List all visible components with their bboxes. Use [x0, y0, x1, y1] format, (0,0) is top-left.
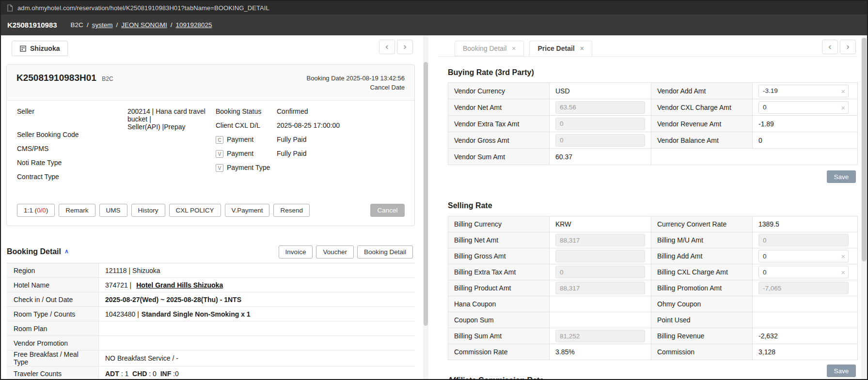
scrollbar-thumb[interactable] — [862, 38, 867, 261]
remark-button[interactable]: Remark — [59, 204, 95, 217]
breadcrumb-link-member-id[interactable]: 1091928025 — [175, 21, 212, 29]
booking-detail-title-text: Booking Detail — [7, 247, 61, 256]
booking-detail-section-title: Booking Detail ∧ — [7, 247, 69, 256]
payment-c-badge-icon: C — [216, 136, 223, 144]
booking-status-label: Booking Status — [216, 107, 277, 115]
vendor-net-amt-label: Vendor Net Amt — [448, 99, 550, 116]
v-payment-button[interactable]: V.Payment — [225, 204, 270, 217]
close-icon[interactable]: × — [512, 45, 516, 52]
next-page-button[interactable]: › — [840, 40, 856, 54]
left-panel-scrollbar[interactable] — [423, 35, 428, 379]
table-row: Traveler Counts ADT : 1 CHD : 0 INF :0 — [7, 366, 415, 380]
close-icon[interactable]: × — [580, 45, 584, 52]
vendor-sum-amt-label: Vendor Sum Amt — [448, 149, 550, 165]
hotel-tab-icon — [20, 46, 26, 52]
payment-type-badge-icon: V — [216, 164, 223, 172]
booking-fields-right: Booking Status Confirmed Client CXL D/L … — [216, 107, 408, 178]
billing-promotion-amt-label: Billing Promotion Amt — [651, 280, 753, 296]
vendor-promotion-label: Vendor Promotion — [7, 336, 99, 350]
hotel-name-label: Hotel Name — [7, 278, 99, 292]
hana-coupon-value — [550, 296, 651, 312]
cancel-date: Cancel Date — [307, 83, 405, 92]
vendor-cxl-charge-input[interactable] — [758, 101, 849, 114]
inf-label: INF — [160, 370, 172, 378]
table-row: Room Type / Counts 10423480 | Standard S… — [7, 307, 415, 321]
adt-count: : 1 — [119, 370, 132, 378]
seller-booking-code-label: Seller Booking Code — [17, 131, 127, 138]
point-used-value — [753, 312, 858, 328]
cms-pms-label: CMS/PMS — [17, 145, 127, 152]
clear-input-icon[interactable]: × — [841, 87, 845, 94]
coupon-sum-value — [550, 312, 651, 328]
hotel-name-link[interactable]: Hotel Grand Hills Shizuoka — [136, 281, 223, 289]
booking-summary-card: K25081910983H01 B2C Booking Date 2025-08… — [6, 64, 415, 226]
billing-add-amt-input[interactable] — [758, 250, 849, 262]
breadcrumb-separator: / — [87, 21, 89, 29]
page-url[interactable]: adm.ohmyhotel.com/reservation/hotel/K250… — [17, 4, 269, 12]
booking-action-buttons: 1:1 (0/0) Remark UMS History CXL POLICY … — [17, 204, 405, 217]
room-type-value: 10423480 | Standard Single Non-Smoking x… — [99, 307, 415, 321]
resend-button[interactable]: Resend — [273, 204, 310, 217]
hotel-name-value: 374721 | Hotel Grand Hills Shizuoka — [99, 278, 415, 292]
tab-booking-detail-label: Booking Detail — [463, 45, 506, 52]
seller-label: Seller — [17, 107, 127, 115]
breadcrumb-link-system[interactable]: system — [92, 21, 113, 29]
clear-input-icon[interactable]: × — [841, 104, 845, 111]
billing-cxl-charge-label: Billing CXL Charge Amt — [651, 264, 753, 280]
page-icon — [7, 4, 13, 12]
selling-rate-save-button[interactable]: Save — [827, 365, 856, 377]
billing-cxl-charge-input[interactable] — [758, 266, 849, 278]
noti-rate-type-label: Noti Rate Type — [17, 159, 127, 167]
vendor-net-amt-input — [555, 101, 645, 114]
billing-add-amt-label: Billing Add Amt — [651, 248, 753, 264]
vendor-payment-label: V Payment — [216, 150, 277, 158]
chd-label: CHD — [132, 370, 147, 378]
hana-coupon-label: Hana Coupon — [448, 296, 550, 312]
payment-type-label: V Payment Type — [216, 164, 303, 172]
inf-count: :0 — [171, 370, 179, 378]
tab-booking-detail[interactable]: Booking Detail × — [455, 41, 524, 56]
vendor-add-amt-input[interactable] — [758, 85, 849, 97]
billing-sum-amt-label: Billing Sum Amt — [448, 328, 550, 344]
commission-rate-label: Commission Rate — [448, 344, 550, 360]
currency-convert-rate-value: 1389.5 — [753, 216, 858, 232]
vendor-balance-amt-label: Vendor Balance Amt — [651, 132, 753, 149]
vendor-revenue-label: Vendor Revenue Amt — [651, 116, 753, 132]
invoice-button[interactable]: Invoice — [279, 245, 313, 258]
ums-button[interactable]: UMS — [99, 204, 127, 217]
selling-rate-table: Billing Currency KRW Currency Convert Ra… — [448, 216, 858, 360]
booking-detail-table: Region 121118 | Shizuoka Hotel Name 3747… — [7, 263, 415, 380]
prev-page-button[interactable]: ‹ — [822, 40, 838, 54]
history-button[interactable]: History — [131, 204, 165, 217]
inquiry-button[interactable]: 1:1 (0/0) — [17, 204, 55, 217]
clear-input-icon[interactable]: × — [841, 253, 845, 260]
vendor-extra-tax-label: Vendor Extra Tax Amt — [448, 116, 550, 132]
booking-fields-left: Seller 200214 | Hana card travel bucket … — [17, 107, 213, 187]
room-plan-value — [99, 321, 415, 335]
booking-status-value: Confirmed — [277, 107, 308, 115]
voucher-button[interactable]: Voucher — [316, 245, 354, 258]
buying-rate-save-button[interactable]: Save — [827, 170, 856, 183]
tab-price-detail[interactable]: Price Detail × — [529, 41, 592, 56]
billing-net-amt-label: Billing Net Amt — [448, 232, 550, 248]
room-type-label: Room Type / Counts — [7, 307, 99, 321]
hotel-code: 374721 | — [105, 281, 131, 289]
breadcrumb-link-user[interactable]: JEON SONGMI — [121, 21, 167, 29]
breakfast-label: Free Breakfast / Meal Type — [7, 350, 99, 366]
next-page-button[interactable]: › — [397, 40, 413, 54]
right-panel-scrollbar[interactable] — [861, 35, 867, 379]
coupon-sum-label: Coupon Sum — [448, 312, 550, 328]
cxl-policy-button[interactable]: CXL POLICY — [169, 204, 221, 217]
scrollbar-thumb[interactable] — [424, 62, 428, 326]
clear-input-icon[interactable]: × — [841, 269, 845, 276]
prev-page-button[interactable]: ‹ — [379, 40, 395, 54]
commission-value: 3,128 — [753, 344, 858, 360]
buying-rate-title: Buying Rate (3rd Party) — [448, 68, 534, 77]
tab-shizuoka-label: Shizuoka — [30, 45, 60, 52]
payment-type-label-text: Payment Type — [227, 164, 270, 171]
room-name: Standard Single Non-Smoking x 1 — [142, 310, 251, 318]
booking-detail-button[interactable]: Booking Detail — [357, 245, 413, 258]
collapse-caret-icon[interactable]: ∧ — [64, 248, 69, 255]
tab-shizuoka[interactable]: Shizuoka — [12, 41, 68, 56]
billing-net-amt-input — [555, 234, 645, 246]
